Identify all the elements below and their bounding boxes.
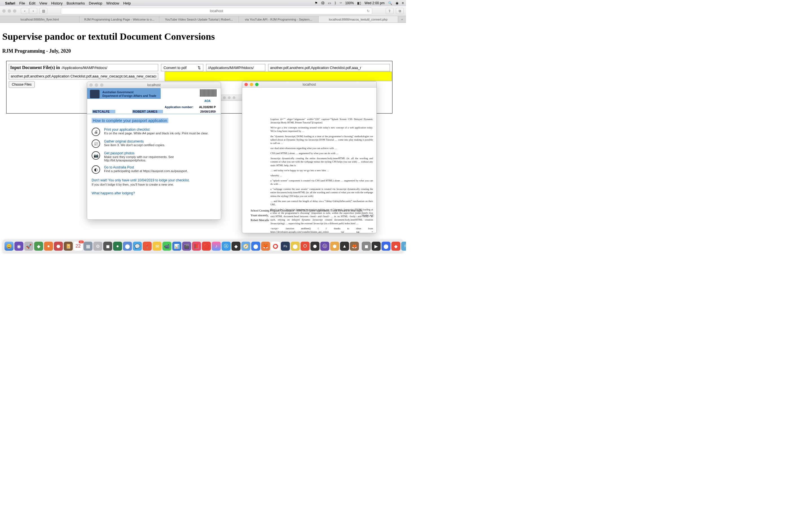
menu-help[interactable]: Help <box>123 1 131 5</box>
menu-history[interactable]: History <box>51 1 62 5</box>
popup-body[interactable]: [caption id="" align="alignnone" width="… <box>242 88 376 233</box>
close-window-icon[interactable] <box>2 9 6 13</box>
zoom-window-icon[interactable] <box>255 83 259 86</box>
notification-center-icon[interactable]: ≡ <box>402 1 404 5</box>
dob-value: 29/08/1959 <box>200 110 216 113</box>
step-print: 🖨 Print your application checklist It's … <box>87 126 221 138</box>
menu-develop[interactable]: Develop <box>89 1 102 5</box>
app-icon[interactable]: ● <box>44 242 53 251</box>
app-icon[interactable]: ⬤ <box>382 242 391 251</box>
terminal-icon[interactable]: ▶ <box>371 242 380 251</box>
browser-tab-active[interactable]: localhost:8888/macos_textutil_convert.ph… <box>319 16 398 22</box>
app-icon[interactable]: ▲ <box>340 242 349 251</box>
bluetooth-icon[interactable]: ᛒ <box>335 1 336 5</box>
step-title: Gather original documents <box>104 139 165 144</box>
choose-files-button[interactable]: Choose Files <box>9 81 35 88</box>
forward-button[interactable]: › <box>29 8 37 14</box>
appstore-icon[interactable]: Ⓐ <box>221 242 231 251</box>
doc-paragraph: CSS (and HTML) alone … augmented by what… <box>270 152 373 155</box>
status-icon[interactable]: ⚑ <box>315 1 318 5</box>
zoom-window-icon[interactable] <box>13 9 16 13</box>
spotlight-icon[interactable]: 🔍 <box>388 1 392 5</box>
input-files-field[interactable] <box>9 73 158 79</box>
itunes-icon[interactable]: ♪ <box>212 242 221 251</box>
address-bar[interactable]: localhost ↻ <box>61 8 372 14</box>
zoom-window-icon[interactable] <box>233 96 236 99</box>
wifi-icon[interactable]: ⌔ <box>340 1 342 5</box>
output-files-field[interactable] <box>268 64 390 71</box>
app-icon[interactable]: ◆ <box>232 242 241 251</box>
app-icon[interactable]: ◼ <box>362 242 371 251</box>
back-button[interactable]: ‹ <box>21 8 29 14</box>
reload-icon[interactable]: ↻ <box>367 9 370 13</box>
status-icon[interactable]: Ⓜ <box>321 1 324 6</box>
contacts-icon[interactable]: 📔 <box>64 242 73 251</box>
app-icon[interactable]: ◆ <box>34 242 43 251</box>
app-icon[interactable]: 📊 <box>172 242 181 251</box>
output-directory-field[interactable] <box>206 64 265 71</box>
firefox-icon[interactable]: 🦊 <box>261 242 270 251</box>
app-icon[interactable]: Ⓤ <box>320 242 329 251</box>
photoshop-icon[interactable]: Ps <box>281 242 290 251</box>
convert-format-select[interactable]: Convert to pdf⇅ <box>161 64 203 71</box>
finder-icon[interactable]: 😀 <box>4 242 13 251</box>
minimize-window-icon[interactable] <box>8 9 11 13</box>
browser-tab[interactable]: RJM Programming Landing Page - Welcome t… <box>80 16 159 22</box>
airplay-icon[interactable]: ▭ <box>328 1 331 5</box>
app-icon[interactable]: ◆ <box>391 242 400 251</box>
close-window-icon[interactable] <box>223 96 226 99</box>
share-button[interactable]: ⇪ <box>386 8 394 14</box>
step-desc: See item 3. We don't accept certified co… <box>104 144 165 147</box>
calendar-icon[interactable]: 22 <box>73 242 83 251</box>
app-icon[interactable]: ▦ <box>84 242 93 251</box>
minimize-window-icon[interactable] <box>228 96 231 99</box>
app-icon[interactable]: ⬤ <box>251 242 260 251</box>
clock[interactable]: Wed 2:00 pm <box>364 1 385 5</box>
opera-icon[interactable]: O <box>301 242 310 251</box>
app-icon[interactable]: 📍 <box>143 242 152 251</box>
browser-tab[interactable]: YouTube Video Search Update Tutorial | R… <box>159 16 239 22</box>
app-icon[interactable]: ⬣ <box>310 242 319 251</box>
rstudio-icon[interactable]: R <box>401 242 406 251</box>
tabs-button[interactable]: ⧉ <box>396 8 404 14</box>
siri-icon[interactable]: ◉ <box>396 1 398 5</box>
app-icon[interactable]: ● <box>113 242 122 251</box>
menu-edit[interactable]: Edit <box>29 1 35 5</box>
new-tab-button[interactable]: + <box>398 16 406 22</box>
menu-file[interactable]: File <box>19 1 25 5</box>
close-window-icon[interactable] <box>89 83 93 87</box>
doc-paragraph: a "webpage content the user awaits" comp… <box>270 187 373 198</box>
menu-window[interactable]: Window <box>106 1 119 5</box>
app-icon[interactable]: 🚫 <box>202 242 211 251</box>
menu-bookmarks[interactable]: Bookmarks <box>66 1 85 5</box>
app-icon[interactable]: 📕 <box>192 242 201 251</box>
chrome-icon[interactable]: ⭕ <box>271 242 280 251</box>
siri-icon[interactable]: ◉ <box>14 242 23 251</box>
close-window-icon[interactable] <box>245 83 248 86</box>
popup-titlebar[interactable]: localhost <box>87 82 221 88</box>
menu-view[interactable]: View <box>40 1 47 5</box>
sidebar-button[interactable]: ▥ <box>40 8 47 14</box>
app-icon[interactable]: 🎬 <box>182 242 191 251</box>
popup-titlebar[interactable]: localhost <box>242 81 376 88</box>
minimize-window-icon[interactable] <box>250 83 253 86</box>
facetime-icon[interactable]: 📹 <box>162 242 171 251</box>
browser-tab[interactable]: localhost:8888/lm_flyer.html <box>0 16 80 22</box>
app-icon[interactable]: ⬣ <box>54 242 63 251</box>
app-icon[interactable]: ⬤ <box>123 242 132 251</box>
app-icon[interactable]: 💬 <box>133 242 142 251</box>
safari-icon[interactable]: 🧭 <box>241 242 250 251</box>
app-icon[interactable]: ⬢ <box>330 242 339 251</box>
app-icon[interactable]: ◼ <box>103 242 112 251</box>
app-icon[interactable]: ⬤ <box>291 242 300 251</box>
launchpad-icon[interactable]: 🚀 <box>24 242 33 251</box>
app-name[interactable]: Safari <box>5 1 15 5</box>
popup-body[interactable]: Australian Government Department of Fore… <box>87 88 221 219</box>
input-directory-field[interactable] <box>61 66 157 70</box>
gimp-icon[interactable]: 🦊 <box>350 242 359 251</box>
zoom-window-icon[interactable] <box>100 83 103 87</box>
app-icon[interactable]: ✉ <box>153 242 161 251</box>
app-icon[interactable]: ⚙ <box>93 242 102 251</box>
minimize-window-icon[interactable] <box>95 83 98 87</box>
browser-tab[interactable]: via YouTube API - RJM Programming - Sept… <box>239 16 318 22</box>
